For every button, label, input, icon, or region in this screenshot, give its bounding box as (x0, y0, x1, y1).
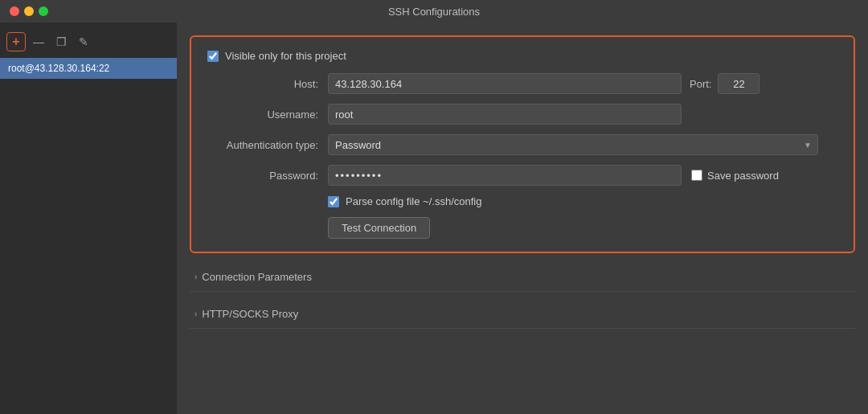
content-area: Visible only for this project Host: Port… (177, 23, 868, 414)
sidebar: + — ❐ ✎ root@43.128.30.164:22 (0, 23, 177, 414)
chevron-right-icon-2: › (194, 309, 197, 318)
copy-button[interactable]: ❐ (51, 32, 71, 51)
save-password-section: Save password (691, 170, 779, 182)
close-button[interactable] (10, 6, 19, 16)
http-socks-proxy-label: HTTP/SOCKS Proxy (202, 308, 298, 320)
host-row: Host: Port: (207, 73, 837, 94)
auth-type-label: Authentication type: (207, 139, 328, 151)
maximize-button[interactable] (39, 6, 48, 16)
test-connection-button[interactable]: Test Connection (328, 217, 430, 239)
remove-button[interactable]: — (29, 32, 48, 51)
config-panel: Visible only for this project Host: Port… (190, 35, 855, 253)
auth-type-wrapper: Password Key pair OpenSSH config and aut… (328, 134, 818, 155)
save-password-checkbox[interactable] (691, 170, 702, 181)
host-label: Host: (207, 78, 328, 90)
window-title: SSH Configurations (388, 6, 480, 18)
port-label: Port: (690, 78, 711, 90)
save-password-label: Save password (707, 170, 779, 182)
test-connection-row: Test Connection (328, 217, 837, 239)
add-button[interactable]: + (6, 32, 26, 51)
connection-parameters-label: Connection Parameters (202, 271, 312, 283)
password-label: Password: (207, 170, 328, 182)
parse-config-row: Parse config file ~/.ssh/config (328, 195, 837, 207)
minimize-button[interactable] (24, 6, 34, 16)
connection-parameters-section[interactable]: › Connection Parameters (190, 263, 855, 292)
visible-only-checkbox[interactable] (207, 51, 219, 62)
username-label: Username: (207, 109, 328, 121)
title-bar-controls (10, 6, 48, 16)
password-input[interactable] (328, 165, 682, 186)
username-input[interactable] (328, 104, 682, 125)
main-layout: + — ❐ ✎ root@43.128.30.164:22 Visible on… (0, 23, 868, 414)
parse-config-label: Parse config file ~/.ssh/config (346, 195, 481, 207)
http-socks-proxy-section[interactable]: › HTTP/SOCKS Proxy (190, 300, 855, 329)
password-row: Password: Save password (207, 165, 837, 186)
visible-only-row: Visible only for this project (207, 50, 837, 62)
edit-button[interactable]: ✎ (74, 32, 93, 51)
visible-only-label: Visible only for this project (225, 50, 346, 62)
parse-config-checkbox[interactable] (328, 196, 339, 207)
sidebar-item-session[interactable]: root@43.128.30.164:22 (0, 58, 177, 79)
auth-type-row: Authentication type: Password Key pair O… (207, 134, 837, 155)
title-bar: SSH Configurations (0, 0, 868, 23)
auth-type-select[interactable]: Password Key pair OpenSSH config and aut… (328, 134, 818, 155)
sidebar-toolbar: + — ❐ ✎ (0, 29, 177, 55)
host-input[interactable] (328, 73, 682, 94)
chevron-right-icon: › (194, 273, 197, 281)
username-row: Username: (207, 104, 837, 125)
port-input[interactable] (718, 73, 760, 94)
